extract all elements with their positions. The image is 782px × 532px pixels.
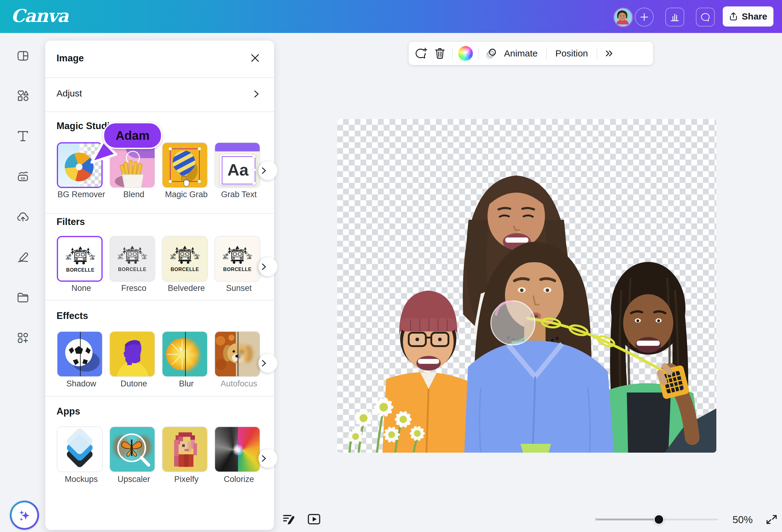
fullscreen-icon[interactable] bbox=[765, 513, 778, 526]
tile-label: Autofocus bbox=[208, 379, 270, 388]
elements-icon bbox=[16, 89, 30, 103]
svg-text:co: co bbox=[21, 176, 25, 180]
draw-pen-icon bbox=[16, 250, 30, 264]
canva-logo[interactable]: Canva bbox=[11, 5, 68, 26]
divider bbox=[45, 213, 274, 214]
scroll-right-button[interactable] bbox=[258, 161, 277, 180]
tile-label: Blur bbox=[156, 379, 217, 388]
tile-effect-autofocus[interactable] bbox=[214, 331, 260, 377]
divider bbox=[45, 396, 274, 397]
present-icon[interactable] bbox=[307, 511, 322, 527]
avatar-photo bbox=[614, 8, 630, 25]
tile-magic-grab[interactable] bbox=[162, 142, 208, 188]
chat-bubble-icon bbox=[700, 12, 711, 22]
sidebar-item-design[interactable] bbox=[16, 49, 30, 63]
magic-sparkle-icon bbox=[17, 508, 32, 523]
comments-button[interactable] bbox=[696, 8, 715, 27]
section-title-apps: Apps bbox=[57, 406, 80, 417]
tile-effect-blur[interactable] bbox=[162, 331, 208, 377]
section-title-filters: Filters bbox=[57, 217, 85, 227]
tile-label: Sunset bbox=[208, 283, 270, 293]
tile-label: Belvedere bbox=[156, 283, 217, 293]
chevron-right-icon bbox=[260, 263, 268, 271]
divider bbox=[45, 300, 274, 301]
tile-filter-belvedere[interactable] bbox=[162, 236, 208, 282]
sidebar-item-brand[interactable]: co bbox=[16, 170, 30, 184]
tile-label: Blend bbox=[103, 190, 164, 199]
close-icon[interactable] bbox=[249, 52, 261, 64]
tile-label: Colorize bbox=[208, 474, 270, 484]
animate-icon bbox=[485, 47, 498, 60]
tile-app-pixelfy[interactable] bbox=[162, 426, 208, 472]
avatar[interactable] bbox=[613, 8, 633, 27]
tile-effect-shadow[interactable] bbox=[57, 331, 103, 377]
tile-label: Dutone bbox=[103, 379, 164, 388]
sidebar-item-apps[interactable] bbox=[16, 331, 30, 345]
sidebar-item-text[interactable] bbox=[16, 129, 30, 143]
tile-label: Mockups bbox=[51, 474, 112, 484]
adjust-row[interactable]: Adjust bbox=[45, 78, 274, 111]
sidebar-item-draw[interactable] bbox=[16, 250, 30, 264]
section-title-effects: Effects bbox=[57, 310, 88, 321]
magic-assistant-button[interactable] bbox=[10, 501, 39, 530]
scroll-right-button[interactable] bbox=[258, 257, 277, 276]
chevron-right-icon bbox=[260, 359, 268, 367]
duotone-portrait-art bbox=[110, 332, 154, 376]
zoom-percentage[interactable]: 50% bbox=[729, 514, 756, 526]
image-panel: Image Adjust Magic Studio bbox=[45, 41, 274, 530]
bar-chart-icon bbox=[670, 12, 680, 22]
upscaler-art bbox=[110, 427, 154, 471]
photo-four-friends bbox=[337, 119, 716, 453]
toolbar-divider bbox=[452, 48, 453, 59]
tile-label: Magic Grab bbox=[156, 190, 217, 199]
cloud-upload-icon bbox=[16, 210, 30, 224]
tile-effect-dutone[interactable] bbox=[109, 331, 155, 377]
brand-icon: co bbox=[16, 170, 30, 184]
tile-grab-text[interactable]: Aa bbox=[214, 142, 260, 188]
design-canvas[interactable] bbox=[337, 119, 716, 453]
tile-filter-sunset[interactable] bbox=[214, 236, 260, 282]
position-button[interactable]: Position bbox=[552, 48, 591, 59]
share-label: Share bbox=[742, 11, 767, 22]
folder-icon bbox=[16, 291, 30, 305]
tile-filter-none[interactable] bbox=[57, 236, 103, 282]
more-options-icon[interactable] bbox=[603, 47, 615, 60]
balloon-art bbox=[163, 143, 207, 187]
panel-title: Image bbox=[57, 53, 84, 64]
sidebar-item-uploads[interactable] bbox=[16, 210, 30, 224]
scroll-right-button[interactable] bbox=[258, 449, 277, 468]
color-picker[interactable] bbox=[458, 46, 473, 61]
collaborator-name-badge: Adam bbox=[103, 122, 162, 149]
tile-label: Fresco bbox=[103, 283, 164, 293]
chevron-right-icon bbox=[260, 167, 268, 175]
pixelfy-art bbox=[163, 427, 207, 471]
zoom-slider-knob[interactable] bbox=[654, 514, 664, 525]
collaborator-name: Adam bbox=[115, 129, 149, 143]
tile-app-colorize[interactable] bbox=[214, 426, 260, 472]
toolbar-divider bbox=[546, 48, 547, 59]
share-button[interactable]: Share bbox=[723, 6, 774, 27]
notes-icon[interactable] bbox=[281, 511, 296, 527]
text-selection-frame bbox=[222, 156, 255, 184]
insights-button[interactable] bbox=[665, 8, 684, 27]
animate-button[interactable]: Animate bbox=[501, 48, 541, 59]
add-design-button[interactable] bbox=[635, 8, 654, 27]
zoom-slider-fill bbox=[597, 519, 658, 521]
text-icon bbox=[16, 129, 30, 143]
sidebar-item-projects[interactable] bbox=[16, 291, 30, 305]
adjust-label: Adjust bbox=[57, 88, 82, 99]
mockups-art bbox=[58, 427, 102, 471]
plus-icon bbox=[640, 12, 649, 22]
apps-grid-icon bbox=[16, 331, 30, 345]
divider bbox=[45, 111, 274, 112]
sidebar-item-elements[interactable] bbox=[16, 89, 30, 103]
delete-icon[interactable] bbox=[433, 47, 447, 60]
chevron-right-icon bbox=[252, 89, 261, 99]
scroll-right-button[interactable] bbox=[258, 354, 277, 373]
tile-label: BG Remover bbox=[51, 190, 112, 199]
add-comment-icon[interactable] bbox=[414, 47, 428, 60]
tile-filter-fresco[interactable] bbox=[109, 236, 155, 282]
tile-app-upscaler[interactable] bbox=[109, 426, 155, 472]
tile-app-mockups[interactable] bbox=[57, 426, 103, 472]
tile-label: Upscaler bbox=[103, 474, 164, 484]
